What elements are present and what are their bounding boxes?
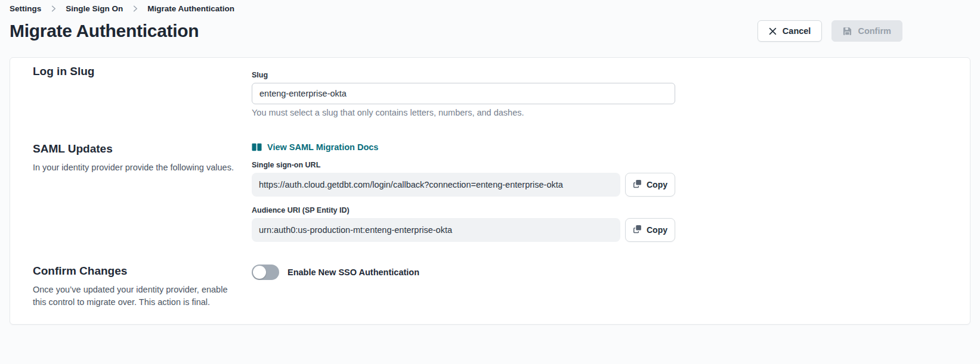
enable-sso-toggle-label: Enable New SSO Authentication	[287, 267, 419, 277]
audience-uri-label: Audience URI (SP Entity ID)	[252, 206, 675, 214]
copy-button-label: Copy	[647, 180, 667, 189]
slug-field-label: Slug	[252, 71, 675, 79]
log-in-slug-right: Slug You must select a slug that only co…	[252, 65, 675, 117]
sso-url-field-group: Single sign-on URL https://auth.cloud.ge…	[252, 161, 675, 197]
breadcrumb-settings[interactable]: Settings	[10, 4, 41, 13]
section-confirm-changes: Confirm Changes Once you’ve updated your…	[33, 265, 947, 308]
section-saml-updates: SAML Updates In your identity provider p…	[33, 142, 947, 242]
cancel-button-label: Cancel	[783, 26, 811, 36]
log-in-slug-heading: Log in Slug	[33, 65, 235, 78]
confirm-changes-right: Enable New SSO Authentication	[252, 265, 675, 308]
copy-icon	[633, 179, 642, 190]
chevron-right-icon	[131, 4, 140, 13]
close-icon	[769, 27, 777, 35]
confirm-changes-left: Confirm Changes Once you’ve updated your…	[33, 265, 252, 308]
migrate-authentication-card: Log in Slug Slug You must select a slug …	[10, 57, 970, 325]
toggle-knob	[253, 266, 266, 279]
confirm-button-label: Confirm	[858, 26, 891, 36]
view-saml-migration-docs-link[interactable]: View SAML Migration Docs	[252, 142, 378, 152]
audience-uri-value: urn:auth0:us-production-mt:enteng-enterp…	[252, 218, 620, 242]
section-log-in-slug: Log in Slug Slug You must select a slug …	[33, 65, 947, 117]
open-book-icon	[252, 143, 262, 151]
docs-link-label: View SAML Migration Docs	[267, 142, 378, 152]
chevron-right-icon	[49, 4, 58, 13]
sso-toggle-row: Enable New SSO Authentication	[252, 265, 675, 280]
page-header: Migrate Authentication Cancel Confirm	[10, 20, 970, 42]
audience-uri-row: urn:auth0:us-production-mt:enteng-enterp…	[252, 218, 675, 242]
saml-updates-heading: SAML Updates	[33, 142, 235, 155]
confirm-changes-description: Once you’ve updated your identity provid…	[33, 284, 235, 308]
slug-input[interactable]	[252, 83, 675, 104]
copy-icon	[633, 225, 642, 235]
confirm-button[interactable]: Confirm	[831, 20, 902, 42]
save-icon	[843, 27, 852, 36]
sso-url-value: https://auth.cloud.getdbt.com/login/call…	[252, 173, 620, 197]
confirm-changes-heading: Confirm Changes	[33, 265, 235, 278]
header-actions: Cancel Confirm	[758, 20, 902, 42]
audience-uri-field-group: Audience URI (SP Entity ID) urn:auth0:us…	[252, 206, 675, 242]
copy-button-label: Copy	[647, 225, 667, 235]
sso-url-row: https://auth.cloud.getdbt.com/login/call…	[252, 173, 675, 197]
sso-url-label: Single sign-on URL	[252, 161, 675, 169]
log-in-slug-left: Log in Slug	[33, 65, 252, 117]
slug-helper-text: You must select a slug that only contain…	[252, 108, 675, 117]
saml-updates-right: View SAML Migration Docs Single sign-on …	[252, 142, 675, 242]
cancel-button[interactable]: Cancel	[758, 20, 823, 42]
page: Settings Single Sign On Migrate Authenti…	[0, 0, 980, 325]
breadcrumb-migrate-authentication: Migrate Authentication	[147, 4, 234, 13]
saml-updates-left: SAML Updates In your identity provider p…	[33, 142, 252, 242]
page-title: Migrate Authentication	[10, 21, 199, 41]
copy-sso-url-button[interactable]: Copy	[625, 173, 675, 197]
breadcrumb-single-sign-on[interactable]: Single Sign On	[66, 4, 123, 13]
breadcrumb: Settings Single Sign On Migrate Authenti…	[10, 4, 970, 13]
docs-link-row: View SAML Migration Docs	[252, 142, 675, 154]
copy-audience-uri-button[interactable]: Copy	[625, 218, 675, 242]
saml-updates-description: In your identity provider provide the fo…	[33, 161, 235, 174]
enable-sso-toggle[interactable]	[252, 265, 279, 280]
